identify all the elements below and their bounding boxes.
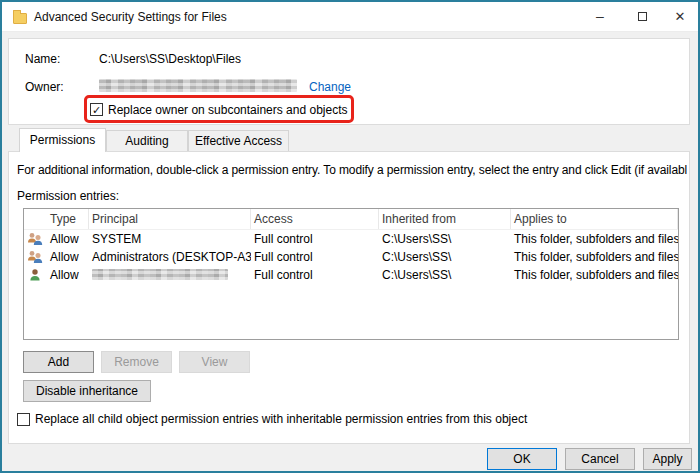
user-icon (27, 268, 43, 282)
group-icon (27, 232, 43, 246)
tab-permissions[interactable]: Permissions (19, 128, 106, 152)
tab-auditing[interactable]: Auditing (106, 130, 188, 152)
row-applies-to: This folder, subfolders and files (511, 248, 678, 266)
tab-effective-access[interactable]: Effective Access (188, 130, 289, 152)
window-title: Advanced Security Settings for Files (34, 2, 227, 32)
add-button[interactable]: Add (23, 351, 94, 373)
column-access[interactable]: Access (251, 209, 379, 229)
permission-entries-list[interactable]: Type Principal Access Inherited from App… (23, 208, 679, 340)
disable-inheritance-button[interactable]: Disable inheritance (23, 380, 151, 402)
row-inherited-from: C:\Users\SS\ (379, 230, 511, 248)
table-row[interactable]: Allow Administrators (DESKTOP-A34... Ful… (24, 248, 678, 266)
row-applies-to: This folder, subfolders and files (511, 266, 678, 284)
replace-child-checkbox[interactable]: Replace all child object permission entr… (17, 412, 527, 426)
group-icon (27, 250, 43, 264)
object-info-panel: Name: C:\Users\SS\Desktop\Files Owner: C… (8, 38, 690, 125)
ok-button[interactable]: OK (487, 448, 557, 470)
maximize-icon (638, 12, 647, 21)
row-inherited-from: C:\Users\SS\ (379, 248, 511, 266)
replace-owner-checkbox[interactable]: ✓ (90, 102, 103, 116)
column-applies-to[interactable]: Applies to (511, 209, 678, 229)
row-principal-redacted (89, 266, 251, 284)
view-button[interactable]: View (179, 351, 250, 373)
table-row[interactable]: Allow SYSTEM Full control C:\Users\SS\ T… (24, 230, 678, 248)
owner-label: Owner: (25, 80, 64, 94)
apply-button[interactable]: Apply (643, 448, 692, 470)
column-principal[interactable]: Principal (89, 209, 251, 229)
minimize-button[interactable]: – (580, 2, 620, 31)
permissions-tab-page: For additional information, double-click… (8, 151, 690, 444)
replace-owner-checkbox-label[interactable]: Replace owner on subcontainers and objec… (108, 103, 347, 117)
title-bar: Advanced Security Settings for Files – ✕ (2, 2, 698, 32)
change-owner-link[interactable]: Change (309, 80, 351, 94)
name-label: Name: (25, 52, 60, 66)
row-principal: SYSTEM (89, 230, 251, 248)
row-access: Full control (251, 230, 379, 248)
replace-child-checkbox-box[interactable] (17, 413, 30, 426)
list-header[interactable]: Type Principal Access Inherited from App… (24, 209, 678, 230)
folder-icon (13, 13, 27, 24)
replace-child-checkbox-label[interactable]: Replace all child object permission entr… (35, 412, 527, 426)
replace-owner-checkbox-box[interactable]: ✓ (90, 103, 103, 116)
row-inherited-from: C:\Users\SS\ (379, 266, 511, 284)
remove-button[interactable]: Remove (101, 351, 172, 373)
maximize-button[interactable] (622, 2, 662, 31)
redacted-principal (92, 269, 228, 280)
info-text: For additional information, double-click… (17, 163, 687, 177)
row-access: Full control (251, 266, 379, 284)
name-value: C:\Users\SS\Desktop\Files (99, 52, 241, 66)
row-principal: Administrators (DESKTOP-A34... (89, 248, 251, 266)
owner-value-redacted (99, 79, 297, 92)
row-access: Full control (251, 248, 379, 266)
row-applies-to: This folder, subfolders and files (511, 230, 678, 248)
advanced-security-settings-dialog: Advanced Security Settings for Files – ✕… (0, 0, 700, 473)
column-type[interactable]: Type (24, 209, 89, 229)
column-inherited-from[interactable]: Inherited from (379, 209, 511, 229)
permission-entries-label: Permission entries: (17, 189, 119, 203)
close-button[interactable]: ✕ (660, 2, 700, 31)
cancel-button[interactable]: Cancel (565, 448, 635, 470)
table-row[interactable]: Allow Full control C:\Users\SS\ This fol… (24, 266, 678, 284)
